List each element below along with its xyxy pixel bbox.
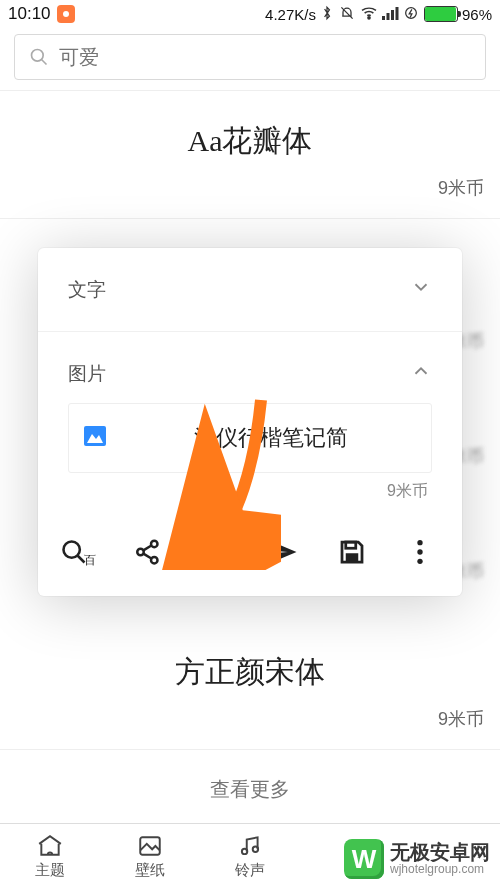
status-bar: 10:10 4.27K/s 96% <box>0 0 500 28</box>
nav-label: 铃声 <box>235 861 265 880</box>
svg-point-17 <box>417 549 422 554</box>
theme-icon <box>37 833 63 859</box>
watermark-title: 无极安卓网 <box>390 841 490 863</box>
font-price: 9米币 <box>0 162 500 208</box>
ringtone-icon <box>237 833 263 859</box>
font-price: 9米币 <box>0 693 500 739</box>
watermark: W 无极安卓网 wjhotelgroup.com <box>340 837 494 881</box>
svg-point-7 <box>32 50 44 62</box>
search-icon <box>29 47 49 67</box>
search-bar <box>0 28 500 90</box>
svg-point-11 <box>151 541 158 548</box>
action-more-button[interactable] <box>400 532 440 572</box>
action-send-button[interactable] <box>264 532 304 572</box>
svg-point-20 <box>242 849 247 854</box>
svg-point-12 <box>151 557 158 564</box>
svg-rect-14 <box>346 553 359 562</box>
svg-rect-4 <box>391 10 394 20</box>
svg-rect-15 <box>346 542 356 548</box>
svg-point-0 <box>63 11 69 17</box>
font-title: 方正颜宋体 <box>0 652 500 693</box>
font-title: Aa花瓣体 <box>0 121 500 162</box>
action-sheet: 文字 图片 汉仪行楷笔记简 9米币 百 <box>38 248 462 596</box>
image-panel: 汉仪行楷笔记简 9米币 <box>38 403 462 514</box>
action-copy-button[interactable] <box>196 532 236 572</box>
action-save-button[interactable] <box>332 532 372 572</box>
svg-point-21 <box>253 847 258 852</box>
chevron-up-icon <box>410 360 432 387</box>
action-search-button[interactable]: 百 <box>60 532 100 572</box>
watermark-url: wjhotelgroup.com <box>390 863 490 876</box>
load-more-label: 查看更多 <box>210 778 290 800</box>
nav-label: 主题 <box>35 861 65 880</box>
nav-wallpaper[interactable]: 壁纸 <box>100 824 200 889</box>
nav-label: 壁纸 <box>135 861 165 880</box>
svg-point-9 <box>64 542 80 558</box>
nav-ringtone[interactable]: 铃声 <box>200 824 300 889</box>
nav-theme[interactable]: 主题 <box>0 824 100 889</box>
sheet-image-row[interactable]: 图片 <box>38 332 462 397</box>
image-result-title: 汉仪行楷笔记简 <box>125 423 417 453</box>
svg-rect-2 <box>382 16 385 20</box>
sheet-text-label: 文字 <box>68 277 106 303</box>
battery-icon <box>424 6 458 22</box>
image-result-price: 9米币 <box>68 473 432 502</box>
signal-icon <box>382 6 400 23</box>
net-speed: 4.27K/s <box>265 6 316 23</box>
wallpaper-icon <box>137 833 163 859</box>
search-box[interactable] <box>14 34 486 80</box>
dnd-icon <box>338 5 356 24</box>
status-time: 10:10 <box>8 4 51 24</box>
svg-rect-5 <box>395 7 398 20</box>
svg-point-16 <box>417 540 422 545</box>
font-item[interactable]: Aa花瓣体 9米币 <box>0 91 500 218</box>
svg-point-18 <box>417 559 422 564</box>
sheet-text-row[interactable]: 文字 <box>38 248 462 331</box>
divider <box>0 218 500 219</box>
image-result-card[interactable]: 汉仪行楷笔记简 <box>68 403 432 473</box>
search-input[interactable] <box>59 46 471 69</box>
watermark-logo: W <box>344 839 384 879</box>
action-share-button[interactable] <box>128 532 168 572</box>
picture-icon <box>83 425 107 451</box>
battery-pct: 96% <box>462 6 492 23</box>
charging-icon <box>404 5 418 24</box>
font-item[interactable]: 方正颜宋体 9米币 <box>0 638 500 749</box>
bluetooth-icon <box>320 5 334 24</box>
svg-rect-3 <box>386 13 389 20</box>
wifi-icon <box>360 6 378 23</box>
chevron-down-icon <box>410 276 432 303</box>
action-bar: 百 <box>38 514 462 596</box>
svg-point-1 <box>368 16 370 18</box>
sheet-image-label: 图片 <box>68 361 106 387</box>
svg-rect-13 <box>211 547 226 563</box>
svg-point-10 <box>137 549 144 556</box>
search-sub-label: 百 <box>84 552 96 569</box>
bg-app-icon <box>57 5 75 23</box>
